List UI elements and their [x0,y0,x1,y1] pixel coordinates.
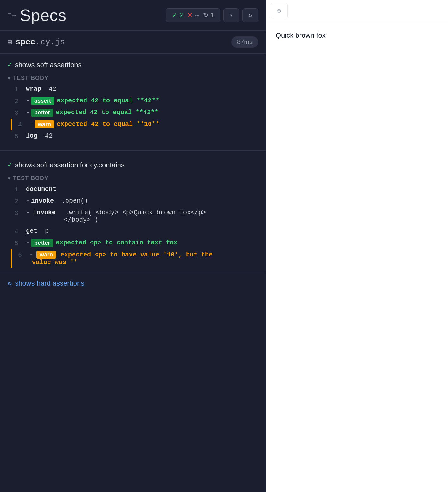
cmd-dash-1-3: - [26,109,30,116]
test-section-2: ✓ shows soft assertion for cy.contains ▾… [0,154,266,273]
command-content-2-6: - warn expected <p> to have value '10', … [29,251,258,266]
cmd-keyword-1-1: wrap [26,85,41,93]
command-content-2-5: - better expected <p> to contain text fo… [26,239,258,247]
badge-better-2-5: better [31,239,53,247]
line-num-2-5: 5 [11,239,26,247]
cmd-dash-1-4: - [29,120,33,128]
cmd-args-1-5: 42 [37,132,53,139]
file-info: ▤ spec.cy.js [8,37,65,47]
line-num-1-4: 4 [14,120,29,128]
section-label-1[interactable]: ▾ TEST BODY [8,72,258,83]
command-list-1: 1 wrap 42 2 - assert expected 42 to equa… [8,83,258,142]
command-content-1-3: - better expected 42 to equal **42** [26,109,258,117]
command-row-1-2: 2 - assert expected 42 to equal **42** [11,95,258,107]
chevron-down-icon: ▾ [230,12,233,19]
target-button[interactable]: ⊕ [271,3,288,18]
preview-text: Quick brown fox [276,31,438,40]
cmd-args-2-2: .open() [54,197,88,204]
badge-warn-1-4: warn [35,120,54,128]
cmd-green-1-3: expected 42 to equal **42** [56,109,158,116]
test-title-text-2: shows soft assertion for cy.contains [15,161,125,169]
cmd-keyword-1-5: log [26,132,37,139]
test-title-text-1: shows soft assertions [15,61,81,69]
command-row-2-2: 2 - invoke .open() [11,195,258,207]
pass-stat: ✓ 2 [172,11,183,19]
command-content-1-5: log 42 [26,132,258,139]
cmd-green-2-5: expected <p> to contain text fox [56,239,177,246]
command-content-2-4: get p [26,227,258,235]
file-time: 87ms [231,36,258,48]
command-row-2-3: 3 - invoke .write( <body> <p>Quick brown… [11,207,258,225]
running-stat: ↻ 1 [203,11,214,19]
command-row-2-6: 6 - warn expected <p> to have value '10'… [11,249,258,268]
section-label-2[interactable]: ▾ TEST BODY [8,172,258,184]
command-content-2-1: document [26,185,258,193]
section-label-text-1: TEST BODY [13,75,48,81]
chevron-button[interactable]: ▾ [223,8,239,22]
pass-count: 2 [179,11,183,19]
line-num-2-4: 4 [11,227,26,235]
cmd-green-1-2: expected 42 to equal **42** [57,97,159,104]
test-title-1[interactable]: ✓ shows soft assertions [8,56,258,72]
refresh-icon: ↻ [249,12,252,19]
command-row-1-1: 1 wrap 42 [11,83,258,95]
cmd-keyword-2-2: invoke [31,197,54,204]
pending-item[interactable]: ↻ shows hard assertions [0,273,266,293]
line-num-1-5: 5 [11,132,26,140]
command-content-2-2: - invoke .open() [26,197,258,204]
right-panel: ⊕ Quick brown fox [266,0,448,492]
cmd-dash-2-5: - [26,239,30,246]
divider-1 [0,150,266,151]
line-num-1-3: 3 [11,109,26,117]
test-pass-icon-1: ✓ [8,61,12,69]
running-count: 1 [210,11,214,19]
cmd-dash-2-3: - [26,209,30,216]
page-title: Specs [20,6,66,25]
section-label-text-2: TEST BODY [13,175,48,182]
badge-better-1-3: better [31,109,53,117]
line-num-2-3: 3 [11,209,26,217]
cmd-dash-2-2: - [26,197,30,204]
chevron-icon-1: ▾ [8,75,10,81]
file-row: ▤ spec.cy.js 87ms [0,31,266,54]
refresh-button[interactable]: ↻ [242,8,258,22]
badge-assert-1-2: assert [31,97,54,105]
header: ≡→ Specs ✓ 2 ✕ -- ↻ 1 ▾ [0,0,266,31]
command-content-2-3: - invoke .write( <body> <p>Quick brown f… [26,209,258,223]
file-name: spec.cy.js [16,37,65,47]
right-toolbar: ⊕ [266,0,448,22]
fail-stat: ✕ -- [187,11,199,19]
cmd-orange2-2-6: value was '' [32,259,78,266]
stats-badge: ✓ 2 ✕ -- ↻ 1 [166,8,220,22]
header-right: ✓ 2 ✕ -- ↻ 1 ▾ ↻ [166,8,258,22]
cmd-orange-2-6: expected <p> to have value '10', but the [61,251,213,258]
command-row-1-5: 5 log 42 [11,130,258,142]
badge-warn-2-6: warn [36,251,56,259]
command-row-2-5: 5 - better expected <p> to contain text … [11,237,258,249]
command-row-1-4: 4 - warn expected 42 to equal **10** [11,119,258,130]
test-content: ✓ shows soft assertions ▾ TEST BODY 1 wr… [0,54,266,492]
left-panel: ≡→ Specs ✓ 2 ✕ -- ↻ 1 ▾ [0,0,266,492]
line-num-2-2: 2 [11,197,26,205]
spinner-icon: ↻ [203,11,208,19]
cmd-keyword-2-4: get [26,227,37,235]
line-num-1-2: 2 [11,97,26,105]
x-icon: ✕ [187,11,193,19]
file-icon: ▤ [8,38,12,46]
test-title-2[interactable]: ✓ shows soft assertion for cy.contains [8,156,258,172]
line-num-1-1: 1 [11,85,26,93]
cmd-args2-2-3: </body> ) [64,216,98,223]
cmd-args-2-4: p [37,227,49,235]
command-row-1-3: 3 - better expected 42 to equal **42** [11,107,258,119]
file-name-ext: .cy.js [35,37,65,47]
cmd-keyword-2-3: invoke [33,209,56,216]
file-name-bold: spec [16,37,35,47]
fail-count: -- [195,11,199,19]
command-content-1-2: - assert expected 42 to equal **42** [26,97,258,105]
command-list-2: 1 document 2 - invoke .open() [8,184,258,268]
pending-text: shows hard assertions [15,279,84,288]
pending-spinner-icon: ↻ [8,279,12,288]
cmd-dash-2-6: - [29,251,33,258]
command-content-1-1: wrap 42 [26,85,258,93]
command-row-2-1: 1 document [11,184,258,195]
